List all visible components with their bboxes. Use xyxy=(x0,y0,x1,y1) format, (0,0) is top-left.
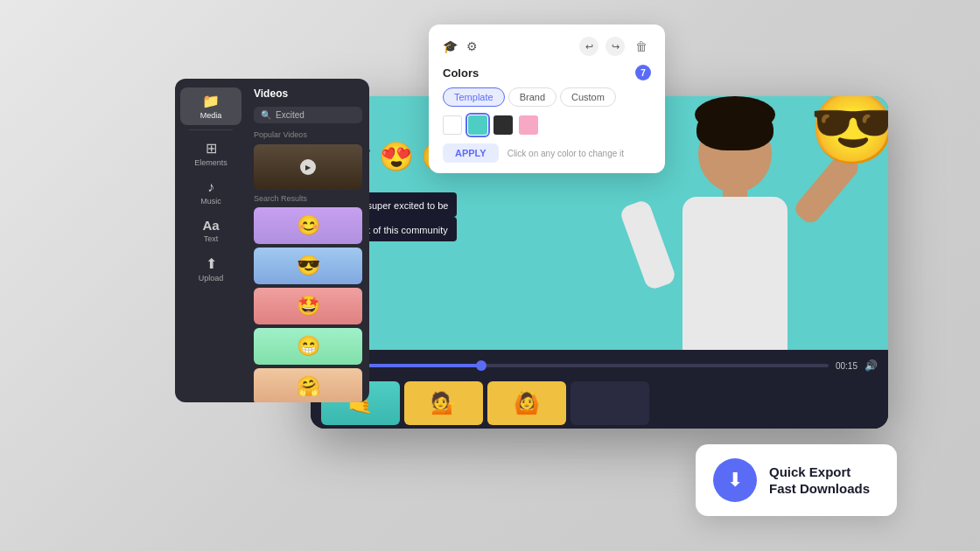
playback-controls: ▶ 00:15 🔊 xyxy=(321,357,878,374)
time-display: 00:15 xyxy=(836,361,858,371)
volume-icon[interactable]: 🔊 xyxy=(864,359,878,372)
play-button-thumb[interactable]: ▶ xyxy=(300,159,316,175)
tab-brand[interactable]: Brand xyxy=(508,87,556,107)
search-icon: 🔍 xyxy=(261,110,271,120)
sidebar-panel: 📁 Media ⊞ Elements ♪ Music Aa Text ⬆ Upl… xyxy=(175,79,247,402)
sidebar-item-elements[interactable]: ⊞ Elements xyxy=(180,135,242,172)
panel-nav-buttons: ↩ ↪ 🗑 xyxy=(579,37,651,56)
sidebar-divider-1 xyxy=(189,129,233,130)
hat-icon[interactable]: 🎓 xyxy=(443,39,458,53)
progress-thumb[interactable] xyxy=(476,360,486,371)
tab-custom[interactable]: Custom xyxy=(560,87,616,107)
sidebar-label-upload: Upload xyxy=(199,274,224,282)
result-thumb-1[interactable]: 😊 xyxy=(254,207,362,244)
timeline-area: ▶ 00:15 🔊 🤙 💁 🙆 xyxy=(311,350,888,429)
colors-footer: APPLY Click on any color to change it xyxy=(443,143,651,163)
progress-track[interactable] xyxy=(346,364,829,367)
export-subtitle: Fast Downloads xyxy=(769,481,870,496)
colors-hint-text: Click on any color to change it xyxy=(508,149,624,158)
swatch-teal[interactable] xyxy=(468,115,487,135)
big-emoji-corner: 😎 xyxy=(809,96,888,170)
sidebar-item-music[interactable]: ♪ Music xyxy=(180,174,242,211)
export-icon-circle: ⬇ xyxy=(713,458,757,502)
clip-thumb-3[interactable]: 🙆 xyxy=(487,381,566,425)
download-icon: ⬇ xyxy=(727,469,743,492)
person-body xyxy=(682,197,788,350)
popular-videos-label: Popular Videos xyxy=(254,130,362,139)
person-afro xyxy=(695,96,775,133)
text-icon: Aa xyxy=(202,218,219,233)
sidebar-item-upload[interactable]: ⬆ Upload xyxy=(180,250,242,288)
sidebar-label-music: Music xyxy=(200,197,221,206)
panel-left-icons: 🎓 ⚙ xyxy=(443,39,478,53)
videos-panel: Videos 🔍 Excited Popular Videos ▶ Search… xyxy=(247,79,369,402)
colors-title-text: Colors xyxy=(443,66,479,80)
sidebar-item-media[interactable]: 📁 Media xyxy=(180,87,242,125)
swatch-pink[interactable] xyxy=(519,115,538,135)
sidebar-label-media: Media xyxy=(200,111,222,120)
upload-icon: ⬆ xyxy=(206,255,217,272)
colors-panel: 🎓 ⚙ ↩ ↪ 🗑 Colors 7 Template Brand Custom… xyxy=(429,24,665,173)
featured-video-thumb[interactable]: ▶ xyxy=(254,144,362,190)
quick-export-card: ⬇ Quick Export Fast Downloads xyxy=(696,444,897,516)
colors-count-badge: 7 xyxy=(635,65,651,80)
tab-template[interactable]: Template xyxy=(443,87,505,107)
emoji-hearts: 😍 xyxy=(379,140,414,173)
swatch-dark[interactable] xyxy=(494,115,513,135)
export-text-block: Quick Export Fast Downloads xyxy=(769,464,870,496)
swatch-white[interactable] xyxy=(443,115,462,135)
result-thumb-5[interactable]: 🤗 xyxy=(254,368,362,402)
clip-thumb-4[interactable] xyxy=(570,381,649,425)
settings-icon[interactable]: ⚙ xyxy=(466,39,478,53)
clips-row: 🤙 💁 🙆 xyxy=(321,381,878,425)
colors-label: Colors 7 xyxy=(443,65,651,80)
result-thumb-4[interactable]: 😁 xyxy=(254,328,362,365)
sidebar-label-elements: Elements xyxy=(194,158,228,167)
result-thumb-3[interactable]: 🤩 xyxy=(254,288,362,324)
export-title: Quick Export xyxy=(769,464,870,479)
videos-panel-title: Videos xyxy=(254,87,362,100)
redo-button[interactable]: ↪ xyxy=(606,37,625,56)
elements-icon: ⊞ xyxy=(206,140,217,157)
apply-button[interactable]: APPLY xyxy=(443,143,499,163)
clip-thumb-2[interactable]: 💁 xyxy=(404,381,483,425)
music-icon: ♪ xyxy=(207,179,214,195)
result-thumb-2[interactable]: 😎 xyxy=(254,248,362,284)
video-search-box[interactable]: 🔍 Excited xyxy=(254,107,362,123)
undo-button[interactable]: ↩ xyxy=(579,37,598,56)
person-arm-left xyxy=(619,199,677,291)
trash-button[interactable]: 🗑 xyxy=(632,37,651,56)
sidebar-label-text: Text xyxy=(204,234,219,243)
search-value: Excited xyxy=(276,110,304,120)
color-swatches-row xyxy=(443,115,651,135)
panel-topbar: 🎓 ⚙ ↩ ↪ 🗑 xyxy=(443,37,651,56)
results-label: Search Results xyxy=(254,194,362,203)
colors-tabs: Template Brand Custom xyxy=(443,87,651,107)
sidebar-item-text[interactable]: Aa Text xyxy=(180,213,242,248)
media-icon: 📁 xyxy=(202,93,220,109)
